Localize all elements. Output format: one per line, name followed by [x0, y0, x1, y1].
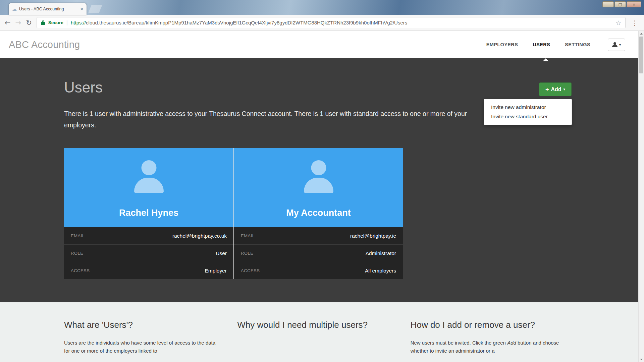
- caret-down-icon: ▾: [564, 87, 566, 92]
- account-menu-button[interactable]: ▾: [608, 39, 625, 51]
- url-scheme: https://: [71, 20, 86, 25]
- nav-employers[interactable]: EMPLOYERS: [486, 42, 518, 47]
- role-value: Administrator: [366, 250, 396, 256]
- add-button[interactable]: + Add ▾: [539, 82, 572, 96]
- user-access-row: ACCESS All employers: [234, 262, 403, 279]
- email-label: EMAIL: [71, 233, 85, 238]
- address-bar[interactable]: Secure | https://cloud.thesaurus.ie/Bure…: [37, 17, 626, 28]
- minimize-icon: –: [607, 2, 609, 7]
- refresh-icon[interactable]: ↻: [26, 19, 32, 27]
- app-header: ABC Accounting EMPLOYERS USERS SETTINGS …: [0, 31, 644, 58]
- url-text: https://cloud.thesaurus.ie/Bureau/kfimKm…: [71, 20, 612, 25]
- footer-col-what-are-users: What are 'Users'? Users are the individu…: [64, 320, 220, 355]
- user-role-row: ROLE Administrator: [234, 244, 403, 262]
- forward-icon[interactable]: →: [15, 19, 21, 27]
- email-label: EMAIL: [241, 233, 255, 238]
- omnibox-separator: |: [66, 20, 68, 26]
- tab-title: Users - ABC Accounting: [19, 7, 78, 11]
- access-label: ACCESS: [241, 268, 260, 273]
- role-value: User: [216, 250, 227, 256]
- info-footer: What are 'Users'? Users are the individu…: [0, 302, 644, 362]
- user-card-rachel-hynes[interactable]: Rachel Hynes EMAIL rachel@brightpay.co.u…: [64, 148, 233, 279]
- user-name: Rachel Hynes: [119, 208, 178, 218]
- role-label: ROLE: [241, 251, 253, 256]
- lock-icon: [41, 20, 45, 25]
- brand-logo[interactable]: ABC Accounting: [9, 39, 80, 50]
- user-email-row: EMAIL rachel@brightpay.ie: [234, 227, 403, 244]
- user-card-header: Rachel Hynes: [64, 148, 233, 227]
- scroll-down-icon[interactable]: [639, 357, 644, 362]
- titlebar: ☁ Users - ABC Accounting × – □ ×: [0, 0, 644, 15]
- role-label: ROLE: [71, 251, 83, 256]
- access-value: Employer: [205, 268, 227, 274]
- user-access-row: ACCESS Employer: [64, 262, 233, 279]
- plus-icon: +: [545, 86, 549, 93]
- footer-columns: What are 'Users'? Users are the individu…: [64, 302, 567, 355]
- maximize-icon: □: [619, 2, 622, 7]
- menu-item-invite-standard-user[interactable]: Invite new standard user: [484, 112, 572, 121]
- new-tab-button[interactable]: [88, 5, 102, 13]
- user-email-row: EMAIL rachel@brightpay.co.uk: [64, 227, 233, 244]
- active-nav-indicator: [543, 58, 549, 61]
- footer-body-emphasis: Add: [507, 340, 516, 346]
- user-name: My Accountant: [286, 208, 351, 218]
- browser-toolbar: ← → ↻ Secure | https://cloud.thesaurus.i…: [0, 15, 644, 31]
- scrollbar-thumb[interactable]: [639, 37, 643, 73]
- bookmark-star-icon[interactable]: ☆: [615, 19, 621, 26]
- access-label: ACCESS: [71, 268, 90, 273]
- page-scrollbar[interactable]: [638, 31, 644, 362]
- nav-settings[interactable]: SETTINGS: [565, 42, 590, 47]
- person-icon: [133, 160, 165, 193]
- tab-favicon-icon: ☁: [12, 6, 17, 12]
- footer-col-add-remove-user: How do I add or remove a user? New users…: [411, 320, 567, 355]
- window-minimize-button[interactable]: –: [602, 1, 614, 7]
- user-card-my-accountant[interactable]: My Accountant EMAIL rachel@brightpay.ie …: [233, 148, 403, 279]
- add-dropdown-menu: Invite new administrator Invite new stan…: [484, 99, 572, 125]
- nav-users[interactable]: USERS: [533, 42, 550, 47]
- email-value: rachel@brightpay.co.uk: [172, 233, 227, 239]
- close-icon: ×: [632, 2, 635, 7]
- window-controls: – □ ×: [602, 1, 641, 7]
- footer-col-multiple-users: Why would I need multiple users?: [237, 320, 393, 355]
- chevron-down-icon: ▾: [619, 43, 621, 47]
- footer-body-text: New users must be invited. Click the gre…: [411, 340, 507, 346]
- scroll-up-icon[interactable]: [639, 31, 644, 36]
- window-close-button[interactable]: ×: [627, 1, 641, 7]
- main-content: Users There is 1 user with administrativ…: [0, 58, 644, 302]
- secure-label: Secure: [48, 20, 63, 25]
- footer-heading: How do I add or remove a user?: [411, 320, 551, 330]
- back-icon[interactable]: ←: [5, 19, 11, 27]
- menu-item-invite-administrator[interactable]: Invite new administrator: [484, 103, 572, 112]
- browser-tab[interactable]: ☁ Users - ABC Accounting ×: [9, 3, 87, 15]
- user-icon: [612, 42, 618, 47]
- person-icon: [303, 160, 335, 193]
- tab-close-icon[interactable]: ×: [80, 6, 83, 12]
- page-title: Users: [64, 79, 103, 96]
- main-nav: EMPLOYERS USERS SETTINGS ▾: [486, 39, 625, 51]
- browser-menu-icon[interactable]: ⋮: [630, 19, 639, 26]
- url-path: cloud.thesaurus.ie/Bureau/kfimKmppP1Mp91…: [86, 20, 407, 25]
- add-button-label: Add: [551, 86, 561, 93]
- user-card-header: My Accountant: [234, 148, 403, 227]
- access-value: All employers: [365, 268, 396, 274]
- footer-heading: What are 'Users'?: [64, 320, 205, 330]
- footer-body: Users are the individuals who have some …: [64, 339, 220, 355]
- footer-heading: Why would I need multiple users?: [237, 320, 378, 330]
- page-description: There is 1 user with administrative acce…: [64, 108, 497, 131]
- email-value: rachel@brightpay.ie: [350, 233, 396, 239]
- footer-body: New users must be invited. Click the gre…: [411, 339, 567, 355]
- browser-window: ☁ Users - ABC Accounting × – □ × ← → ↻ S…: [0, 0, 644, 362]
- window-maximize-button[interactable]: □: [614, 1, 626, 7]
- user-cards: Rachel Hynes EMAIL rachel@brightpay.co.u…: [64, 148, 403, 279]
- user-role-row: ROLE User: [64, 244, 233, 262]
